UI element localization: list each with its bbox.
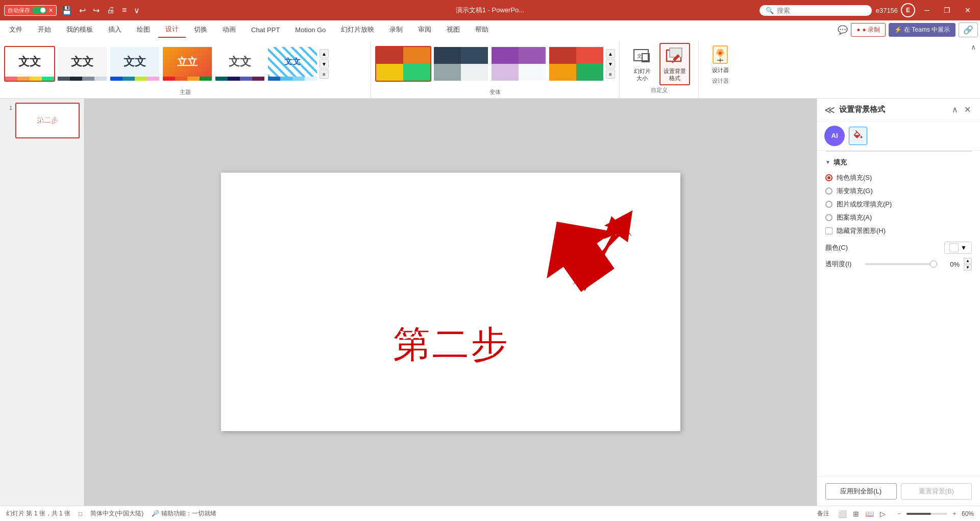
slide-size-icon: 文: [632, 46, 652, 66]
tab-view[interactable]: 视图: [439, 22, 467, 37]
zoom-fill: [906, 513, 931, 515]
autosave-toggle[interactable]: [32, 7, 46, 14]
pattern-fill-option[interactable]: 图案填充(A): [825, 213, 972, 222]
picture-fill-radio[interactable]: [825, 201, 832, 208]
variant-scroll-up[interactable]: ▲: [606, 49, 615, 58]
theme-2[interactable]: 文文: [57, 46, 108, 82]
minimize-button[interactable]: ─: [919, 5, 935, 15]
transparency-value: 0%: [941, 260, 960, 268]
solid-fill-radio[interactable]: [825, 174, 832, 181]
transparency-slider[interactable]: [865, 263, 937, 265]
hide-bg-option[interactable]: 隐藏背景图形(H): [825, 226, 972, 235]
apply-all-button[interactable]: 应用到全部(L): [825, 483, 897, 500]
title-bar-right: 🔍 e37156 E ─ ❐ ✕: [760, 3, 976, 17]
solid-fill-label: 纯色填充(S): [837, 173, 872, 182]
canvas-area[interactable]: 第二步: [84, 99, 817, 506]
zoom-minus-btn[interactable]: －: [894, 508, 904, 519]
search-box[interactable]: 🔍: [760, 5, 872, 16]
panel-pin-icon[interactable]: ≪: [824, 104, 835, 116]
variant-scroll-down[interactable]: ▼: [606, 59, 615, 68]
slide-sorter-btn[interactable]: ⊞: [850, 509, 862, 519]
slide-panel-toggle[interactable]: □: [79, 510, 82, 517]
teams-button[interactable]: ⚡ 在 Teams 中展示: [889, 23, 955, 37]
tab-home[interactable]: 开始: [31, 22, 58, 37]
tab-animations[interactable]: 动画: [215, 22, 243, 37]
autosave-badge[interactable]: 自动保存 ✕: [4, 5, 57, 16]
more-icon[interactable]: ≡: [120, 5, 129, 16]
tab-motiongo[interactable]: Motion Go: [288, 23, 333, 37]
share-button[interactable]: 🔗: [959, 22, 978, 37]
panel-collapse-btn[interactable]: ∧: [950, 104, 960, 115]
slideshow-view-btn[interactable]: ▷: [877, 509, 888, 519]
pattern-fill-radio[interactable]: [825, 214, 832, 221]
comment-icon[interactable]: 💬: [838, 25, 848, 35]
tab-insert[interactable]: 插入: [101, 22, 129, 37]
tab-slideshow[interactable]: 幻灯片放映: [334, 22, 381, 37]
reading-view-btn[interactable]: 📖: [863, 509, 876, 519]
gradient-fill-option[interactable]: 渐变填充(G): [825, 186, 972, 196]
variant-3[interactable]: [491, 46, 547, 82]
slide-canvas[interactable]: 第二步: [221, 173, 680, 431]
slider-thumb[interactable]: [930, 260, 937, 268]
customize-section: 文 幻灯片大小 设置背景格式: [624, 41, 694, 98]
customize-icon[interactable]: ∨: [132, 5, 142, 16]
set-background-button[interactable]: 设置背景格式: [659, 43, 690, 85]
fill-section-header[interactable]: ▼ 填充: [825, 158, 972, 167]
ai-button[interactable]: AI: [824, 126, 845, 146]
undo-icon[interactable]: ↩: [77, 5, 88, 16]
pattern-fill-label: 图案填充(A): [837, 213, 872, 222]
tab-help[interactable]: 帮助: [468, 22, 496, 37]
zoom-plus-btn[interactable]: ＋: [949, 508, 960, 519]
theme-6[interactable]: 文文: [267, 46, 318, 82]
variant-scroll-more[interactable]: ≡: [606, 69, 615, 79]
panel-close-btn[interactable]: ✕: [962, 104, 973, 115]
hide-bg-checkbox[interactable]: [825, 227, 832, 234]
restore-button[interactable]: ❐: [939, 5, 955, 15]
variant-1[interactable]: [375, 46, 431, 82]
ribbon: 文件 开始 我的模板 插入 绘图 设计 切换 动画 Chat PPT Motio…: [0, 20, 980, 99]
spinner-down[interactable]: ▼: [964, 265, 972, 271]
variant-2[interactable]: [433, 46, 489, 82]
tab-transitions[interactable]: 切换: [187, 22, 214, 37]
designer-btns: 设计器: [707, 43, 733, 76]
print-icon[interactable]: 🖨: [105, 5, 117, 16]
slide-thumbnail[interactable]: 第二步: [15, 103, 80, 139]
save-icon[interactable]: 💾: [60, 5, 74, 16]
theme-5[interactable]: 文文: [214, 46, 265, 82]
teams-label: 在 Teams 中展示: [904, 26, 950, 34]
theme-3[interactable]: 文文: [109, 46, 160, 82]
variant-4[interactable]: [548, 46, 604, 82]
theme-1[interactable]: 文文: [4, 46, 55, 82]
designer-button[interactable]: 设计器: [707, 43, 733, 76]
picture-fill-option[interactable]: 图片或纹理填充(P): [825, 200, 972, 209]
fill-bucket-button[interactable]: [849, 127, 867, 145]
solid-fill-option[interactable]: 纯色填充(S): [825, 173, 972, 182]
collapse-ribbon-icon[interactable]: ∧: [971, 43, 976, 51]
color-picker-button[interactable]: ▼: [944, 242, 972, 254]
autosave-x[interactable]: ✕: [48, 7, 53, 14]
redo-icon[interactable]: ↪: [91, 5, 102, 16]
theme-scroll-down[interactable]: ▼: [320, 59, 329, 68]
tab-record[interactable]: 录制: [382, 22, 410, 37]
tab-review[interactable]: 审阅: [411, 22, 438, 37]
zoom-slider[interactable]: [906, 513, 947, 515]
tab-draw[interactable]: 绘图: [130, 22, 157, 37]
tab-file[interactable]: 文件: [2, 22, 30, 37]
tab-templates[interactable]: 我的模板: [59, 22, 100, 37]
reset-background-button[interactable]: 重置背景(B): [901, 483, 972, 500]
spinner-up[interactable]: ▲: [964, 258, 972, 264]
theme-scroll-up[interactable]: ▲: [320, 49, 329, 58]
normal-view-btn[interactable]: ⬜: [836, 509, 849, 519]
record-button[interactable]: ● ● 录制: [851, 23, 886, 37]
theme-scroll-more[interactable]: ≡: [320, 69, 329, 79]
notes-btn[interactable]: 备注: [817, 509, 829, 518]
customize-divider: [698, 41, 699, 98]
slide-size-button[interactable]: 文 幻灯片大小: [628, 43, 656, 85]
gradient-fill-radio[interactable]: [825, 187, 832, 195]
tab-chatppt[interactable]: Chat PPT: [244, 23, 287, 37]
theme-4[interactable]: 立立: [162, 46, 213, 82]
close-button[interactable]: ✕: [960, 5, 976, 15]
tab-design[interactable]: 设计: [158, 21, 186, 38]
search-input[interactable]: [777, 7, 859, 14]
avatar[interactable]: E: [901, 3, 915, 17]
